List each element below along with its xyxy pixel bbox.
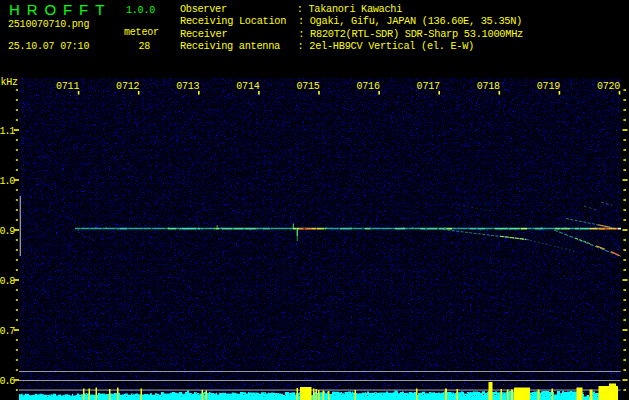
svg-text:0712: 0712 — [116, 81, 139, 92]
svg-text:28: 28 — [139, 41, 151, 52]
svg-text:0714: 0714 — [236, 81, 259, 92]
svg-text:0713: 0713 — [176, 81, 199, 92]
svg-text:kHz: kHz — [1, 77, 19, 88]
svg-text:1.1: 1.1 — [0, 126, 15, 137]
svg-text:0719: 0719 — [537, 81, 560, 92]
svg-text:0715: 0715 — [296, 81, 319, 92]
svg-text:0716: 0716 — [357, 81, 380, 92]
svg-text:25.10.07 07:10: 25.10.07 07:10 — [8, 41, 89, 52]
svg-text:1.0.0: 1.0.0 — [126, 5, 155, 16]
svg-text:1.0: 1.0 — [0, 176, 15, 187]
svg-text:0718: 0718 — [477, 81, 500, 92]
svg-text:Observer : Takanori: Observer : Takanori Kawachi — [180, 4, 402, 15]
svg-text:meteor: meteor — [124, 27, 159, 38]
svg-text:0.8: 0.8 — [0, 276, 15, 287]
svg-text:0720: 0720 — [597, 81, 620, 92]
svg-text:0.7: 0.7 — [0, 326, 15, 337]
svg-text:0711: 0711 — [56, 81, 79, 92]
svg-text:Receiving Location : Ogaki, G: Receiving Location : Ogaki, Gifu, JAPAN … — [180, 16, 522, 27]
svg-text:2510070710.png: 2510070710.png — [8, 19, 89, 30]
svg-text:0.6: 0.6 — [0, 376, 15, 387]
svg-text:HROFFT: HROFFT — [9, 1, 111, 18]
svg-text:0717: 0717 — [417, 81, 440, 92]
svg-text:0.9: 0.9 — [0, 226, 15, 237]
svg-text:Receiving antenna : 2el-HB9C: Receiving antenna : 2el-HB9CV Vertical (… — [180, 41, 474, 52]
svg-text:Receiver : R820T2(R: Receiver : R820T2(RTL-SDR) SDR-Sharp 53.… — [180, 29, 523, 40]
